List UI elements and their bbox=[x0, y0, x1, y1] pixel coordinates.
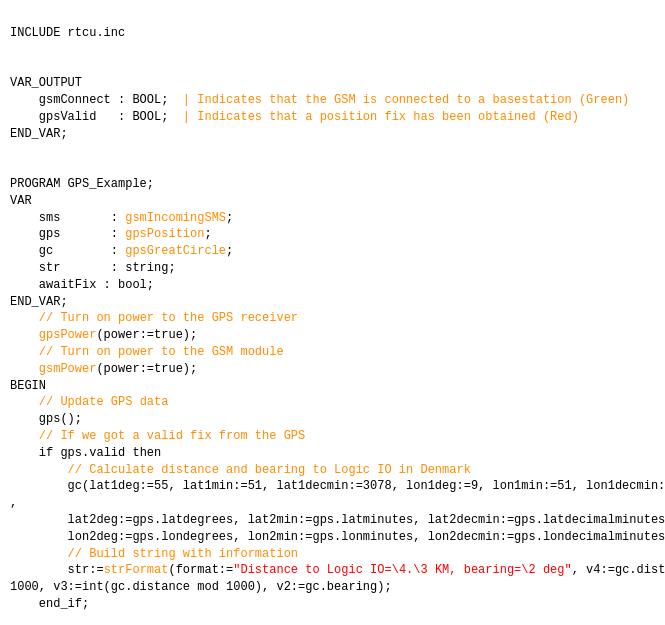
line-11: VAR bbox=[10, 194, 32, 208]
line-28: gc(lat1deg:=55, lat1min:=51, lat1decmin:… bbox=[10, 479, 665, 493]
line-18: // Turn on power to the GPS receiver bbox=[10, 311, 298, 325]
line-35: end_if; bbox=[10, 597, 89, 611]
line-1: INCLUDE rtcu.inc bbox=[10, 26, 125, 40]
line-32: // Build string with information bbox=[10, 547, 298, 561]
line-31: lon2deg:=gps.londegrees, lon2min:=gps.lo… bbox=[10, 530, 665, 544]
line-16: awaitFix : bool; bbox=[10, 278, 154, 292]
line-30: lat2deg:=gps.latdegrees, lat2min:=gps.la… bbox=[10, 513, 665, 527]
line-29: , bbox=[10, 496, 17, 510]
line-27: // Calculate distance and bearing to Log… bbox=[10, 463, 471, 477]
line-4: VAR_OUTPUT bbox=[10, 76, 82, 90]
line-20: // Turn on power to the GSM module bbox=[10, 345, 284, 359]
line-19: gpsPower(power:=true); bbox=[10, 328, 197, 342]
line-22: BEGIN bbox=[10, 379, 46, 393]
line-10: PROGRAM GPS_Example; bbox=[10, 177, 154, 191]
line-33: str:=strFormat(format:="Distance to Logi… bbox=[10, 563, 665, 577]
line-26: if gps.valid then bbox=[10, 446, 161, 460]
line-12: sms : gsmIncomingSMS; bbox=[10, 211, 233, 225]
line-6: gpsValid : BOOL; | Indicates that a posi… bbox=[10, 110, 579, 124]
line-14: gc : gpsGreatCircle; bbox=[10, 244, 233, 258]
line-21: gsmPower(power:=true); bbox=[10, 362, 197, 376]
line-5: gsmConnect : BOOL; | Indicates that the … bbox=[10, 93, 629, 107]
line-17: END_VAR; bbox=[10, 295, 68, 309]
line-23: // Update GPS data bbox=[10, 395, 168, 409]
code-display: INCLUDE rtcu.inc VAR_OUTPUT gsmConnect :… bbox=[10, 8, 655, 625]
line-15: str : string; bbox=[10, 261, 176, 275]
line-25: // If we got a valid fix from the GPS bbox=[10, 429, 305, 443]
line-7: END_VAR; bbox=[10, 127, 68, 141]
line-13: gps : gpsPosition; bbox=[10, 227, 212, 241]
line-24: gps(); bbox=[10, 412, 82, 426]
line-34: 1000, v3:=int(gc.distance mod 1000), v2:… bbox=[10, 580, 392, 594]
